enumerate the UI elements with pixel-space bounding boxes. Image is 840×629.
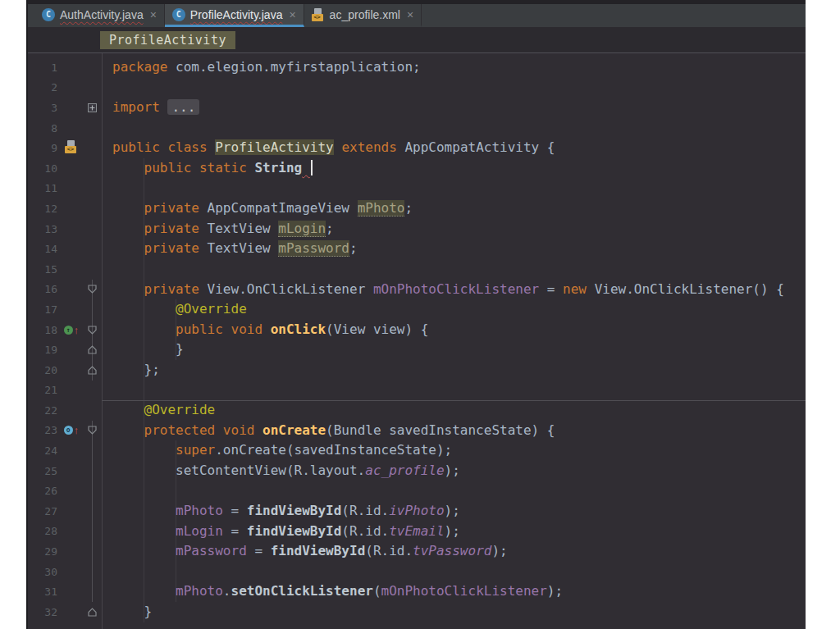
fold-marker[interactable] <box>82 320 102 340</box>
text-caret <box>311 160 313 175</box>
tab-authactivity-java[interactable]: CAuthActivity.java× <box>34 4 165 27</box>
java-class-icon: C <box>172 8 185 21</box>
code-lines: 1package com.elegion.myfirstapplication;… <box>28 53 806 622</box>
fold-marker-icon <box>87 607 98 618</box>
code-text: package com.elegion.myfirstapplication; <box>102 57 806 78</box>
code-text: setContentView(R.layout.ac_profile); <box>102 461 806 481</box>
code-line-28: 28 mLogin = findViewById(R.id.tvEmail); <box>28 522 806 542</box>
android-layout-icon: <> <box>65 140 78 153</box>
code-text: mPassword = findViewById(R.id.tvPassword… <box>102 541 806 562</box>
code-text: public static String <box>102 158 806 179</box>
line-number: 3 <box>28 102 61 114</box>
line-number: 23 <box>28 424 61 436</box>
tab-label: AuthActivity.java <box>60 8 144 21</box>
code-text: } <box>102 340 806 360</box>
line-number: 19 <box>28 344 61 356</box>
tab-label: ProfileActivity.java <box>190 8 283 21</box>
ide-window: CAuthActivity.java×CProfileActivity.java… <box>26 0 806 629</box>
code-line-17: 17 @Override <box>28 299 806 320</box>
code-line-15: 15 <box>28 259 806 280</box>
code-text: import ... <box>102 98 806 118</box>
close-icon[interactable]: × <box>150 9 157 21</box>
breadcrumb-bar: ProfileActivity <box>28 27 806 53</box>
line-number: 29 <box>28 545 61 558</box>
code-line-24: 24 super.onCreate(savedInstanceState); <box>28 440 806 461</box>
fold-marker[interactable] <box>82 340 102 360</box>
editor-tab-bar: CAuthActivity.java×CProfileActivity.java… <box>28 4 806 27</box>
fold-plus-icon <box>87 103 98 113</box>
line-number: 26 <box>28 485 61 497</box>
line-number: 12 <box>28 203 61 215</box>
fold-marker[interactable] <box>82 98 102 118</box>
code-line-19: 19 } <box>28 340 806 360</box>
line-number: 15 <box>28 263 61 276</box>
line-number: 20 <box>28 364 61 376</box>
android-layout-icon: <> <box>312 8 325 21</box>
fold-marker-icon <box>87 344 98 355</box>
code-line-18: 18↑↑ public void onClick(View view) { <box>28 320 806 340</box>
line-number: 13 <box>28 223 61 235</box>
code-line-16: 16 private View.OnClickListener mOnPhoto… <box>28 280 806 300</box>
code-text: } <box>102 602 806 622</box>
code-text: public void onClick(View view) { <box>102 320 806 340</box>
code-line-3: 3import ... <box>28 98 806 118</box>
fold-marker-icon <box>87 365 98 376</box>
code-line-10: 10 public static String <box>28 158 806 179</box>
line-number: 22 <box>28 404 61 417</box>
overrides-method-gutter-icon[interactable]: o↑ <box>64 425 80 435</box>
code-line-30: 30 <box>28 562 806 582</box>
code-text: private View.OnClickListener mOnPhotoCli… <box>102 280 806 300</box>
code-line-1: 1package com.elegion.myfirstapplication; <box>28 57 806 78</box>
code-line-22: 22 @Override <box>28 400 806 421</box>
code-text: private TextView mLogin; <box>102 219 806 239</box>
code-line-23: 23o↑ protected void onCreate(Bundle save… <box>28 421 806 441</box>
breadcrumb-class-chip[interactable]: ProfileActivity <box>100 31 235 49</box>
fold-marker[interactable] <box>82 280 102 300</box>
code-line-2: 2 <box>28 78 806 98</box>
line-number: 10 <box>28 162 61 175</box>
fold-marker[interactable] <box>82 360 102 381</box>
line-number: 32 <box>28 606 61 618</box>
code-line-8: 8 <box>28 118 806 139</box>
line-number: 16 <box>28 283 61 295</box>
code-text: mPhoto.setOnClickListener(mOnPhotoClickL… <box>102 581 806 602</box>
line-number: 25 <box>28 465 61 477</box>
fold-marker-icon <box>87 284 98 294</box>
code-text: public class ProfileActivity extends App… <box>102 138 806 158</box>
fold-marker[interactable] <box>82 421 102 441</box>
line-number: 27 <box>28 505 61 517</box>
code-line-27: 27 mPhoto = findViewById(R.id.ivPhoto); <box>28 501 806 522</box>
related-layout-gutter-icon[interactable]: <> <box>65 140 78 157</box>
fold-marker-icon <box>87 425 98 435</box>
code-text: private TextView mPassword; <box>102 239 806 259</box>
line-number: 30 <box>28 566 61 578</box>
code-line-31: 31 mPhoto.setOnClickListener(mOnPhotoCli… <box>28 581 806 602</box>
line-number: 9 <box>28 142 61 154</box>
tab-profileactivity-java[interactable]: CProfileActivity.java× <box>165 4 304 27</box>
tab-ac-profile-xml[interactable]: <>ac_profile.xml× <box>304 4 422 27</box>
code-line-29: 29 mPassword = findViewById(R.id.tvPassw… <box>28 541 806 562</box>
code-text: @Override <box>102 299 806 320</box>
code-editor[interactable]: 1package com.elegion.myfirstapplication;… <box>28 53 806 629</box>
code-line-11: 11 <box>28 179 806 199</box>
line-number: 24 <box>28 444 61 457</box>
close-icon[interactable]: × <box>289 9 295 21</box>
code-line-9: 9<>public class ProfileActivity extends … <box>28 138 806 158</box>
line-number: 28 <box>28 525 61 537</box>
line-number: 2 <box>28 81 61 93</box>
code-line-20: 20 }; <box>28 360 806 381</box>
line-number: 18 <box>28 324 61 336</box>
line-number: 21 <box>28 384 61 396</box>
line-number: 8 <box>28 122 61 134</box>
code-line-13: 13 private TextView mLogin; <box>28 219 806 239</box>
code-line-21: 21 <box>28 381 806 401</box>
close-icon[interactable]: × <box>407 9 413 21</box>
code-text: mLogin = findViewById(R.id.tvEmail); <box>102 522 806 542</box>
implements-method-gutter-icon[interactable]: ↑↑ <box>64 325 80 335</box>
line-number: 31 <box>28 586 61 598</box>
fold-marker[interactable] <box>82 602 102 622</box>
code-line-25: 25 setContentView(R.layout.ac_profile); <box>28 461 806 481</box>
code-text: protected void onCreate(Bundle savedInst… <box>102 421 806 441</box>
code-text: @Override <box>102 400 806 421</box>
line-number: 17 <box>28 303 61 316</box>
